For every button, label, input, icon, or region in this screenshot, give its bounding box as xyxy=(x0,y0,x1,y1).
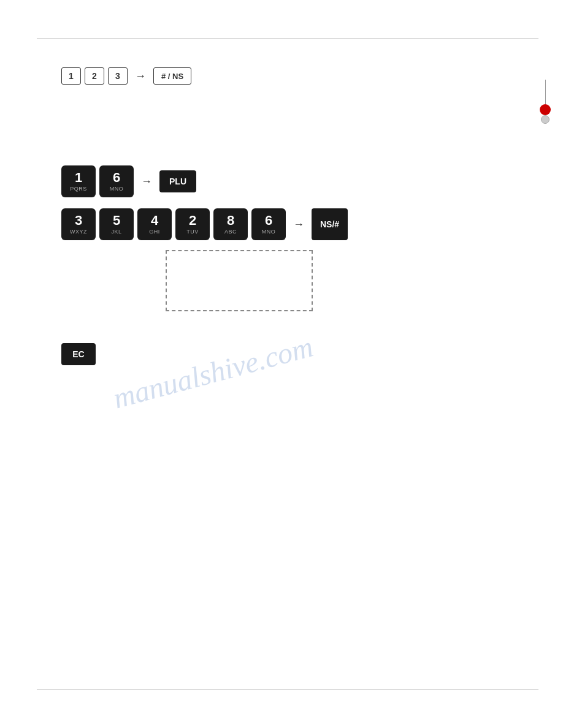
key-black-6-mno-row2: 6 MNO xyxy=(251,208,286,240)
key-letters-abc: ABC xyxy=(224,229,237,235)
key-letters-jkl: JKL xyxy=(111,229,121,235)
key-black-2-tuv: 2 TUV xyxy=(175,208,210,240)
circle-gray-icon xyxy=(541,115,550,124)
arrow-3: → xyxy=(293,218,304,231)
key-ec: EC xyxy=(61,343,96,365)
circle-red-icon xyxy=(540,104,551,115)
key-2: 2 xyxy=(85,67,104,85)
key-black-8-abc: 8 ABC xyxy=(213,208,248,240)
result-ns: # / NS xyxy=(153,67,191,85)
key-letters-ghi: GHI xyxy=(149,229,160,235)
key-number-4: 4 xyxy=(151,214,158,227)
key-number-6-r2: 6 xyxy=(265,214,272,227)
key-number-6-r1: 6 xyxy=(113,171,120,184)
key-number-1: 1 xyxy=(75,171,82,184)
key-row-2: 3 WXYZ 5 JKL 4 GHI 2 TUV 8 ABC 6 MNO xyxy=(61,208,348,240)
key-number-5: 5 xyxy=(113,214,120,227)
key-black-3-wxyz: 3 WXYZ xyxy=(61,208,96,240)
sidebar-connector xyxy=(540,80,551,124)
key-number-3: 3 xyxy=(75,214,82,227)
key-black-1-pqrs: 1 PQRS xyxy=(61,165,96,197)
key-black-4-ghi: 4 GHI xyxy=(137,208,172,240)
key-ns-hash: NS/# xyxy=(312,208,348,240)
key-3: 3 xyxy=(108,67,128,85)
key-letters-pqrs: PQRS xyxy=(70,186,87,192)
arrow-2: → xyxy=(141,175,152,188)
section-ec: EC xyxy=(61,343,96,365)
section-key-sequence-1: 1 2 3 → # / NS xyxy=(61,67,191,85)
key-letters-mno-r1: MNO xyxy=(110,186,124,192)
key-black-5-jkl: 5 JKL xyxy=(99,208,134,240)
key-number-2: 2 xyxy=(189,214,196,227)
key-letters-mno-r2: MNO xyxy=(262,229,276,235)
watermark: manualshive.com xyxy=(110,330,316,415)
page: 1 2 3 → # / NS 1 PQRS 6 MNO → PLU 3 WXYZ xyxy=(0,0,563,728)
key-row-1: 1 PQRS 6 MNO → PLU xyxy=(61,165,348,197)
bottom-divider xyxy=(37,689,538,690)
key-1: 1 xyxy=(61,67,81,85)
key-number-8: 8 xyxy=(227,214,234,227)
key-letters-tuv: TUV xyxy=(186,229,199,235)
dashed-input-box xyxy=(166,250,313,311)
top-divider xyxy=(37,38,538,39)
connector-line-top xyxy=(545,80,546,104)
key-plu: PLU xyxy=(159,170,196,192)
arrow-1: → xyxy=(135,70,146,83)
section-key-sequence-2: 1 PQRS 6 MNO → PLU 3 WXYZ 5 JKL 4 GHI xyxy=(61,165,348,251)
key-black-6-mno-row1: 6 MNO xyxy=(99,165,134,197)
key-letters-wxyz: WXYZ xyxy=(70,229,87,235)
